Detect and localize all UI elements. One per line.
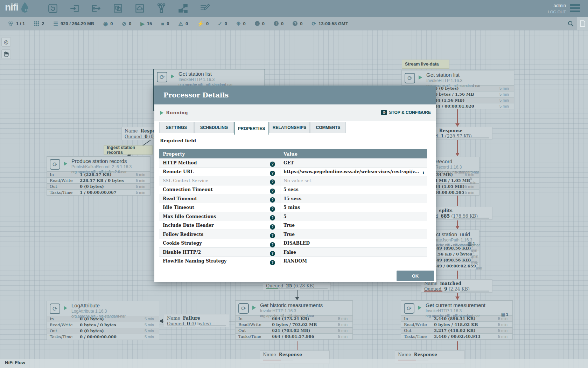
tab-relationships[interactable]: RELATIONSHIPS (269, 122, 310, 133)
tab-properties[interactable]: PROPERTIES (234, 122, 268, 135)
global-menu-icon[interactable] (570, 4, 580, 14)
refresh-status[interactable]: ⟳13:00:58 GMT (312, 21, 348, 26)
running-triangle-icon (171, 74, 174, 79)
size-progress-bar (453, 137, 489, 138)
processor-type: Record 1.16.3 (435, 165, 479, 170)
search-icon[interactable] (567, 17, 574, 30)
bulletin-board-icon[interactable] (577, 17, 588, 30)
help-icon[interactable] (270, 171, 275, 176)
property-row[interactable]: Remote URLhttps://www.pegelonline.wsv.de… (159, 168, 427, 177)
processor-type: InvokeHTTP 1.16.3 (260, 308, 323, 313)
processor-type: InvokeHTTP 1.16.3 (426, 78, 481, 83)
help-icon[interactable] (270, 233, 275, 238)
queue-progress-bar (424, 291, 455, 292)
breadcrumb[interactable]: NiFi Flow (5, 360, 25, 365)
property-row[interactable]: Include Date HeaderTrue (159, 221, 427, 230)
size-progress-bar (453, 218, 489, 219)
running-icon: ▶ (140, 21, 145, 26)
processor-name: Get station list (178, 71, 233, 77)
property-row[interactable]: Connection Timeout5 secs (159, 185, 427, 195)
size-progress-bar (200, 325, 226, 326)
stale-icon: ↑ (255, 21, 260, 26)
dialog-title: Processor Details (163, 86, 229, 104)
processor-type: PublishKafkaRecord_2_6 1.16.3 (71, 164, 132, 169)
processor-details-dialog: Processor Details Running STOP & CONFIGU… (154, 86, 436, 282)
stat-row: In1 (228.57 KB)5 min (47, 171, 150, 177)
component-toolbar (46, 2, 211, 14)
properties-table: Property Value HTTP MethodGET Remote URL… (159, 149, 427, 265)
stop-and-configure-button[interactable]: STOP & CONFIGURE (381, 110, 431, 115)
processor-produce-station-records[interactable]: ⟳ Produce station records PublishKafkaRe… (47, 156, 150, 196)
process-group-icon[interactable] (111, 2, 125, 14)
label-icon[interactable] (198, 2, 211, 14)
tab-scheduling[interactable]: SCHEDULING (194, 122, 234, 133)
processor-get-current-measurement[interactable]: ⟳ Get current measurement InvokeHTTP 1.1… (401, 300, 513, 340)
queued-stat: ☰920 / 264.29 MB (54, 21, 94, 26)
input-port-icon[interactable] (68, 2, 81, 14)
property-column-header: Property (159, 151, 280, 157)
property-row[interactable]: HTTP MethodGET (159, 158, 427, 168)
canvas-label-ingest-station-records[interactable]: Ingest station records (104, 145, 153, 155)
help-icon[interactable] (270, 179, 275, 185)
queued-icon: ☰ (54, 21, 58, 26)
birdseye-toggle-icon[interactable]: ◎ (1, 37, 11, 47)
cluster-icon (8, 21, 14, 27)
label-text: Ingest station records (107, 145, 149, 155)
funnel-icon[interactable] (155, 2, 168, 14)
ok-button[interactable]: OK (397, 271, 434, 281)
property-row[interactable]: Idle Timeout5 mins (159, 203, 427, 212)
property-row[interactable]: Max Idle Connections5 (159, 212, 427, 221)
canvas-label-stream-live-data[interactable]: Stream live-data (402, 60, 449, 69)
locally-modified-count: ✳0 (236, 21, 246, 26)
info-icon[interactable] (422, 170, 424, 174)
running-triangle-icon (418, 306, 421, 310)
property-row[interactable]: FlowFile Naming StrategyRANDOM (159, 257, 427, 266)
hand-drag-icon[interactable] (1, 49, 11, 59)
property-row[interactable]: Disable HTTP/2False (159, 248, 427, 257)
processor-get-historic-measurements[interactable]: ⟳ Get historic measurements InvokeHTTP 1… (235, 300, 353, 340)
help-icon[interactable] (270, 260, 275, 265)
template-icon[interactable] (176, 2, 190, 14)
processor-name: ct station_uuid (436, 231, 480, 237)
connection-label-queued-25[interactable]: Queued 25 (6.28 KB) (263, 282, 331, 290)
stopped-count: ■0 (161, 21, 169, 26)
queue-progress-bar (167, 325, 195, 326)
properties-table-header: Property Value (159, 149, 427, 158)
cluster-status: 1 / 1 (8, 21, 25, 27)
help-icon[interactable] (270, 224, 275, 230)
size-progress-bar (300, 288, 328, 289)
help-icon[interactable] (270, 206, 275, 212)
processor-name: Get current measurement (426, 302, 485, 308)
running-triangle-icon (160, 111, 163, 115)
remote-process-group-icon[interactable] (133, 2, 146, 14)
stat-row: Out621 (703.02 MB)5 min (236, 327, 352, 333)
help-icon[interactable] (270, 189, 275, 194)
output-port-icon[interactable] (90, 2, 103, 14)
property-row[interactable]: Cookie StrategyDISABLED (159, 239, 427, 248)
property-row[interactable]: Follow RedirectsTrue (159, 230, 427, 239)
column-divider (280, 158, 280, 265)
processor-glyph-icon: ⟳ (50, 159, 60, 170)
required-field-note: Required field (160, 138, 196, 143)
help-icon[interactable] (270, 251, 275, 256)
processor-log-attribute[interactable]: ⟳ LogAttribute LogAttribute 1.16.3 org.a… (47, 301, 159, 340)
transmitting-icon: ◉ (103, 21, 108, 26)
tab-comments[interactable]: COMMENTS (310, 122, 346, 133)
processor-name: Get historic measurements (260, 302, 323, 308)
running-triangle-icon (64, 306, 67, 310)
stat-row: Tasks/Time664 / 00:01:57.9865 min (236, 333, 352, 339)
logout-link[interactable]: LOG OUT (548, 10, 566, 14)
processor-name: Record (435, 158, 479, 164)
tab-settings[interactable]: SETTINGS (159, 122, 194, 133)
property-row[interactable]: SSL Context ServiceNo value set (159, 176, 427, 185)
help-icon[interactable] (270, 242, 275, 247)
property-row[interactable]: Read Timeout15 secs (159, 194, 427, 203)
running-count: ▶15 (140, 21, 152, 26)
help-icon[interactable] (270, 162, 275, 167)
help-icon[interactable] (270, 215, 275, 220)
nifi-logo: nifi (5, 2, 29, 13)
processor-icon[interactable] (46, 2, 59, 14)
help-icon[interactable] (270, 197, 275, 203)
connection-label-failure[interactable]: Name Failure Queued 0 (0 bytes) (164, 314, 229, 327)
stat-row: Read/Write0 bytes / 703.02 MB5 min (236, 321, 352, 327)
